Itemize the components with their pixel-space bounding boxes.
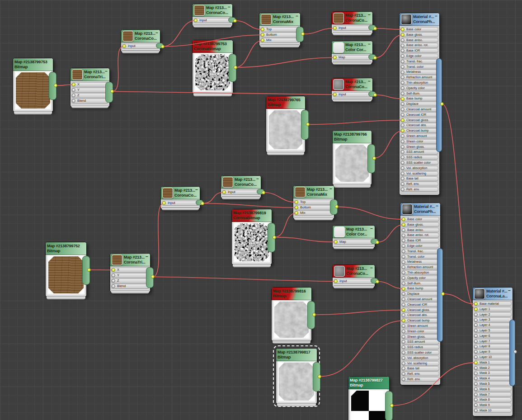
output-socket[interactable] (513, 350, 517, 354)
node-header[interactable]: Map #213...CoronaMix− (259, 13, 300, 26)
output-socket[interactable] (318, 375, 321, 378)
node-cc4[interactable]: Map #213...CoronaCo...−Input (221, 175, 261, 198)
node-cbmp819[interactable]: Map #2138799819CoronaBitmap (231, 209, 272, 265)
output-socket[interactable] (306, 123, 310, 126)
output-socket[interactable] (376, 241, 379, 244)
node-bmp766[interactable]: Map #2138799766Bitmap (332, 130, 372, 185)
output-socket[interactable] (54, 84, 57, 87)
input-socket[interactable] (474, 361, 478, 364)
node-graph-canvas[interactable]: Map #2138799753BitmapMap #213...CoronaTr… (0, 0, 522, 420)
collapse-icon[interactable]: − (146, 254, 148, 259)
node-header[interactable]: Map #2138799753CoronaBitmap (193, 40, 233, 53)
node-header[interactable]: Map #213...CoronaTri...− (71, 68, 109, 81)
input-socket[interactable] (474, 387, 478, 391)
collapse-icon[interactable]: − (368, 42, 371, 47)
input-socket[interactable] (401, 38, 404, 42)
node-bitmap752[interactable]: Map #2138799752Bitmap (45, 242, 87, 297)
collapse-icon[interactable]: − (368, 79, 371, 84)
output-socket[interactable] (201, 202, 204, 205)
node-mat1[interactable]: Material #...CoronaPh...−Base colorBase … (399, 13, 440, 195)
collapse-icon[interactable]: − (228, 5, 230, 9)
input-socket[interactable] (402, 378, 405, 381)
node-header[interactable]: Map #213...CoronaCo...− (332, 12, 372, 24)
node-header[interactable]: Map #2138799817Bitmap (276, 349, 317, 361)
input-socket[interactable] (401, 145, 404, 149)
node-header[interactable]: Map #2138799766Bitmap (333, 131, 372, 143)
node-header[interactable]: Map #213...CoronaCo...− (221, 176, 261, 189)
node-mix2[interactable]: Map #213...CoronaMix−TopBottomMix (293, 185, 334, 219)
output-socket[interactable] (234, 66, 237, 69)
output-socket[interactable] (262, 191, 265, 194)
input-socket[interactable] (402, 260, 405, 264)
node-header[interactable]: Map #2138799816Bitmap (272, 288, 311, 300)
node-header[interactable]: Map #213...Color Cor...− (333, 226, 375, 238)
node-header[interactable]: Map #2138799752Bitmap (46, 242, 86, 255)
input-socket[interactable] (401, 140, 404, 143)
input-socket[interactable] (402, 276, 405, 280)
node-header[interactable]: Map #213...Color Cor...− (332, 41, 372, 54)
collapse-icon[interactable]: − (155, 30, 158, 35)
collapse-icon[interactable]: − (368, 12, 371, 17)
collapse-icon[interactable]: − (435, 14, 437, 19)
output-socket[interactable] (390, 404, 394, 407)
input-socket[interactable] (401, 118, 404, 122)
input-socket[interactable] (402, 255, 405, 259)
input-socket[interactable] (401, 92, 404, 95)
input-socket[interactable] (474, 345, 478, 349)
collapse-icon[interactable]: − (296, 14, 298, 19)
node-header[interactable]: Map #213...CoronaCo...− (193, 4, 232, 17)
input-socket[interactable] (474, 366, 478, 370)
output-socket[interactable] (87, 268, 91, 272)
input-socket[interactable] (401, 166, 404, 170)
input-socket[interactable] (402, 362, 405, 365)
node-header[interactable]: Map #2138799753Bitmap (13, 58, 53, 71)
node-ccRed1[interactable]: Map #213...CoronaCo...−Input (331, 11, 373, 34)
input-socket[interactable] (402, 250, 405, 253)
node-mix1[interactable]: Map #213...CoronaMix−TopBottomMix (259, 13, 301, 47)
node-matL[interactable]: Material #...CoronaLa...−Base materialLa… (472, 287, 513, 416)
input-socket[interactable] (401, 33, 404, 37)
input-socket[interactable] (402, 223, 405, 227)
input-socket[interactable] (402, 228, 405, 232)
collapse-icon[interactable]: − (256, 176, 259, 181)
node-header[interactable]: Map #213...CoronaCo...− (333, 265, 375, 278)
node-header[interactable]: Map #2138799827Bitmap (348, 377, 389, 389)
node-tri1[interactable]: Map #213...CoronaTri...−XYZBlend (70, 68, 110, 107)
input-socket[interactable] (474, 393, 478, 396)
node-colorCor2[interactable]: Map #213...Color Cor...−Map (332, 225, 375, 248)
output-socket[interactable] (373, 56, 377, 60)
collapse-icon[interactable]: − (436, 203, 438, 208)
node-mat2[interactable]: Material #...CoronaPh...−Base colorBase … (400, 203, 441, 385)
input-socket[interactable] (402, 234, 405, 237)
output-socket[interactable] (312, 313, 316, 316)
node-cc2[interactable]: Map #213...CoronaCo...−Input (192, 4, 233, 27)
input-socket[interactable] (474, 307, 478, 311)
node-header[interactable]: Map #213...CoronaCo...− (161, 187, 200, 199)
output-socket[interactable] (301, 32, 305, 36)
node-bmp817[interactable]: Map #2138799817Bitmap (276, 348, 317, 404)
collapse-icon[interactable]: − (370, 226, 373, 231)
collapse-icon[interactable]: − (370, 265, 373, 270)
node-header[interactable]: Material #...CoronaLa...− (473, 288, 513, 300)
output-socket[interactable] (376, 280, 379, 283)
node-colorCor1[interactable]: Map #213...Color Cor...−Map (331, 41, 373, 64)
node-bmp827[interactable]: Map #2138799827Bitmap (348, 376, 390, 420)
input-socket[interactable] (402, 356, 405, 360)
output-socket[interactable] (335, 205, 339, 208)
output-socket[interactable] (151, 275, 155, 278)
node-header[interactable]: Material #...CoronaPh...− (400, 203, 440, 216)
input-socket[interactable] (474, 372, 478, 375)
input-socket[interactable] (401, 65, 404, 69)
node-header[interactable]: Map #213...CoronaCo...− (332, 78, 372, 91)
node-cc3[interactable]: Map #213...CoronaCo...−Input (160, 186, 200, 209)
node-header[interactable]: Map #213...CoronaMix− (293, 186, 334, 198)
input-socket[interactable] (402, 308, 405, 312)
output-socket[interactable] (440, 102, 444, 106)
node-ccRed2[interactable]: Map #213...CoronaCo...−Input (331, 78, 373, 101)
node-header[interactable]: Map #2138799765Bitmap (266, 96, 305, 109)
node-bmp816[interactable]: Map #2138799816Bitmap (271, 287, 312, 341)
input-socket[interactable] (474, 313, 478, 316)
output-socket[interactable] (233, 19, 237, 23)
node-header[interactable]: Material #...CoronaPh...− (400, 13, 439, 26)
node-cbmp753[interactable]: Map #2138799753CoronaBitmap (192, 40, 233, 94)
